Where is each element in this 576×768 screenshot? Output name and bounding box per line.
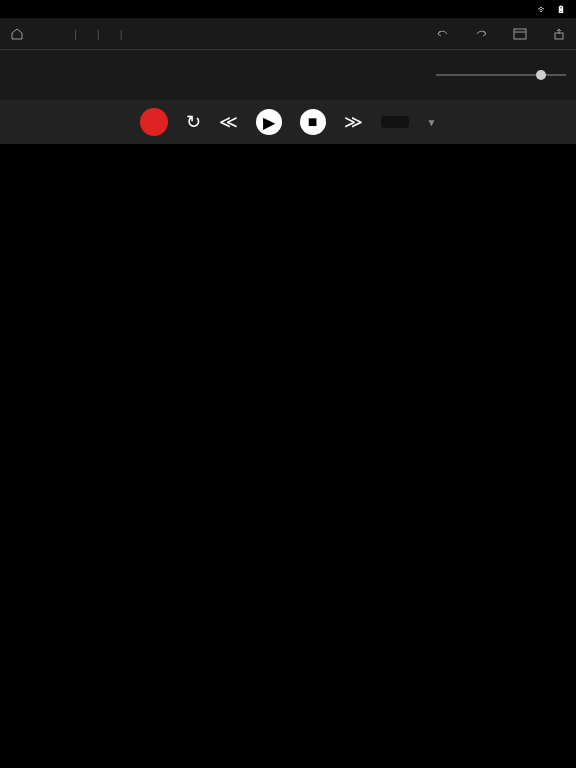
play-button[interactable]: ▶ — [256, 109, 282, 135]
stop-button[interactable]: ■ — [300, 109, 326, 135]
undo-icon — [435, 28, 449, 40]
forward-button[interactable]: ≫ — [344, 111, 363, 133]
wifi-icon: ᯤ — [538, 4, 548, 15]
tools-row — [0, 50, 576, 100]
status-bar: ᯤ 🔋︎ — [0, 0, 576, 18]
svg-rect-0 — [514, 29, 526, 39]
volume-control — [426, 74, 566, 76]
browser-icon — [513, 28, 527, 40]
browser-button[interactable] — [513, 28, 527, 40]
slider-thumb[interactable] — [536, 70, 546, 80]
time-dropdown[interactable]: ▼ — [427, 117, 437, 128]
battery-icon: 🔋︎ — [556, 4, 566, 15]
time-display[interactable] — [381, 116, 409, 128]
redo-button[interactable] — [474, 28, 488, 40]
record-button[interactable] — [140, 108, 168, 136]
top-nav: | | | — [0, 18, 576, 50]
share-icon — [552, 28, 566, 40]
redo-icon — [474, 28, 488, 40]
home-icon — [10, 28, 24, 40]
home-button[interactable] — [10, 28, 24, 40]
share-button[interactable] — [552, 28, 566, 40]
rewind-button[interactable]: ≪ — [219, 111, 238, 133]
undo-button[interactable] — [435, 28, 449, 40]
volume-slider[interactable] — [436, 74, 566, 76]
loop-button[interactable]: ↻ — [186, 111, 201, 133]
transport-bar: ↻ ≪ ▶ ■ ≫ ▼ — [0, 100, 576, 144]
